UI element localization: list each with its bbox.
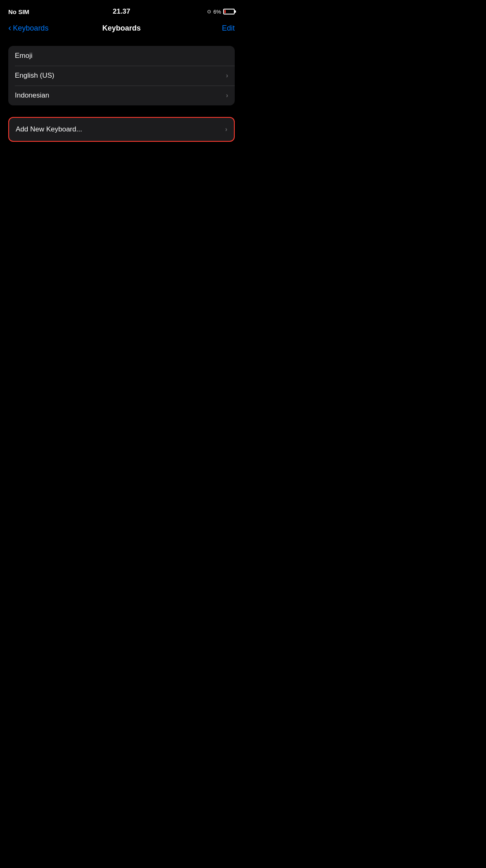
edit-button[interactable]: Edit bbox=[222, 24, 235, 33]
keyboard-item-indonesian[interactable]: Indonesian › bbox=[8, 86, 235, 105]
content-area: Emoji English (US) › Indonesian › Add Ne… bbox=[0, 38, 243, 142]
keyboard-list-group: Emoji English (US) › Indonesian › bbox=[8, 46, 235, 105]
chevron-right-icon-add: › bbox=[225, 126, 227, 133]
battery-percent: 6% bbox=[213, 9, 221, 15]
page-title: Keyboards bbox=[102, 24, 141, 33]
nav-bar: ‹ Keyboards Keyboards Edit bbox=[0, 21, 243, 38]
keyboard-item-english[interactable]: English (US) › bbox=[8, 66, 235, 86]
chevron-right-icon-english: › bbox=[226, 72, 228, 79]
status-bar: No SIM 21.37 ⊙ 6% bbox=[0, 0, 243, 21]
back-chevron-icon: ‹ bbox=[8, 24, 11, 33]
chevron-right-icon-indonesian: › bbox=[226, 92, 228, 99]
add-keyboard-group: Add New Keyboard... › bbox=[8, 117, 235, 142]
lock-icon: ⊙ bbox=[207, 9, 211, 14]
keyboard-item-english-label: English (US) bbox=[15, 72, 54, 80]
battery-fill bbox=[224, 10, 226, 13]
carrier-label: No SIM bbox=[8, 8, 29, 15]
keyboard-item-indonesian-label: Indonesian bbox=[15, 91, 49, 100]
keyboard-item-emoji-label: Emoji bbox=[15, 52, 33, 60]
back-label: Keyboards bbox=[13, 24, 48, 33]
add-keyboard-label: Add New Keyboard... bbox=[16, 125, 82, 134]
battery-icon bbox=[223, 9, 235, 14]
keyboard-item-emoji[interactable]: Emoji bbox=[8, 46, 235, 66]
status-right-group: ⊙ 6% bbox=[207, 9, 235, 15]
add-keyboard-button[interactable]: Add New Keyboard... › bbox=[9, 118, 234, 141]
back-button[interactable]: ‹ Keyboards bbox=[8, 24, 48, 33]
time-label: 21.37 bbox=[113, 7, 131, 16]
